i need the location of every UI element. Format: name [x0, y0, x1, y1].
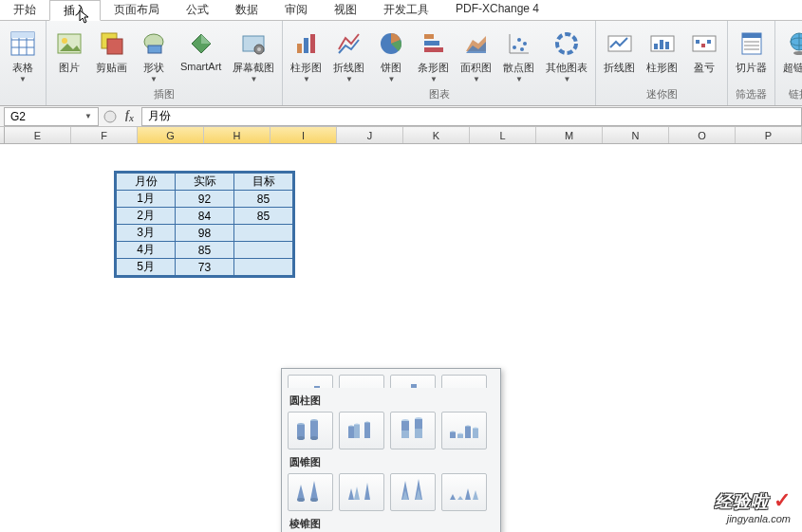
line-chart-button[interactable]: 折线图 ▼ — [329, 27, 368, 85]
column-header-G[interactable]: G — [138, 127, 204, 143]
svg-point-25 — [517, 38, 521, 42]
ribbon-group-filter: 切片器 筛选器 — [728, 21, 775, 105]
svg-rect-5 — [11, 32, 34, 38]
column-header-P[interactable]: P — [736, 127, 802, 143]
name-box[interactable]: G2 ▼ — [4, 107, 99, 126]
table-cell[interactable]: 85 — [176, 242, 234, 259]
picture-button[interactable]: 图片 — [50, 27, 88, 77]
cursor-icon — [79, 9, 92, 25]
column-header-O[interactable]: O — [669, 127, 736, 143]
chart-option-3d-4[interactable] — [441, 375, 487, 388]
table-header-cell[interactable]: 目标 — [234, 174, 293, 191]
table-header-cell[interactable]: 实际 — [176, 174, 234, 191]
table-cell[interactable]: 73 — [176, 259, 234, 276]
clipart-button[interactable]: 剪贴画 — [92, 27, 131, 77]
table-cell[interactable] — [234, 225, 293, 242]
chart-option-3d-2[interactable] — [339, 375, 384, 388]
table-cell[interactable]: 98 — [176, 225, 234, 242]
tab-dev[interactable]: 开发工具 — [370, 0, 442, 20]
table-cell[interactable]: 84 — [176, 208, 234, 225]
pie-chart-button[interactable]: 饼图 ▼ — [372, 27, 410, 85]
tab-insert[interactable]: 插入 — [49, 0, 101, 21]
svg-rect-36 — [701, 44, 705, 47]
scatter-chart-button[interactable]: 散点图 ▼ — [499, 27, 538, 85]
column-header-N[interactable]: N — [603, 127, 669, 143]
other-chart-label: 其他图表 — [546, 61, 588, 75]
cone-option-3[interactable] — [390, 473, 436, 511]
bar-chart-icon — [419, 28, 449, 59]
sparkline-winloss-button[interactable]: 盈亏 — [685, 27, 723, 77]
column-header-E[interactable]: E — [5, 127, 71, 143]
data-table[interactable]: 月份实际目标1月92852月84853月984月855月73 — [114, 171, 295, 278]
svg-rect-84 — [457, 434, 463, 438]
table-cell[interactable]: 3月 — [117, 225, 176, 242]
column-header-L[interactable]: L — [470, 127, 536, 143]
hyperlink-label: 超链接 — [783, 61, 802, 75]
column-header-J[interactable]: J — [337, 127, 403, 143]
column-chart-button[interactable]: 柱形图 ▼ — [287, 27, 326, 85]
table-cell[interactable]: 2月 — [117, 208, 176, 225]
cone-option-2[interactable] — [339, 473, 384, 511]
column-header-F[interactable]: F — [71, 127, 138, 143]
table-cell[interactable]: 1月 — [117, 191, 176, 208]
svg-point-65 — [297, 436, 305, 440]
tab-pdf[interactable]: PDF-XChange 4 — [442, 0, 552, 20]
tab-start[interactable]: 开始 — [0, 0, 49, 20]
tab-data[interactable]: 数据 — [222, 0, 271, 20]
table-cell[interactable]: 4月 — [117, 242, 176, 259]
smartart-button[interactable]: SmartArt — [177, 27, 225, 74]
chart-option-3d-3[interactable] — [390, 375, 436, 388]
chevron-down-icon: ▼ — [387, 75, 395, 83]
cylinder-option-1[interactable] — [288, 412, 333, 449]
cylinder-option-2[interactable] — [339, 412, 384, 449]
table-cell[interactable] — [234, 259, 293, 276]
table-cell[interactable]: 5月 — [117, 259, 176, 276]
cylinder-option-3[interactable] — [390, 412, 436, 449]
table-cell[interactable]: 85 — [234, 191, 293, 208]
svg-rect-57 — [411, 384, 417, 388]
svg-point-43 — [791, 33, 802, 50]
watermark-check-icon: ✓ — [774, 488, 791, 512]
table-cell[interactable]: 85 — [234, 208, 293, 225]
formula-input[interactable]: 月份 — [141, 107, 802, 126]
links-group-label: 链接 — [779, 85, 802, 103]
cylinder-option-4[interactable] — [441, 412, 487, 449]
chevron-down-icon: ▼ — [515, 75, 523, 83]
fx-icon[interactable] — [103, 109, 118, 124]
bar-chart-button[interactable]: 条形图 ▼ — [414, 27, 453, 85]
shapes-button[interactable]: 形状 ▼ — [135, 27, 173, 85]
table-cell[interactable] — [234, 242, 293, 259]
column-header-M[interactable]: M — [536, 127, 603, 143]
tab-layout[interactable]: 页面布局 — [101, 0, 173, 20]
cone-option-1[interactable] — [288, 473, 333, 511]
picture-label: 图片 — [59, 61, 80, 75]
ribbon-group-tables: 表格 ▼ — [0, 21, 47, 105]
column-header-K[interactable]: K — [403, 127, 470, 143]
tab-formula[interactable]: 公式 — [173, 0, 222, 20]
table-button[interactable]: 表格 ▼ — [4, 27, 42, 85]
column-header-I[interactable]: I — [270, 127, 337, 143]
sparkline-line-button[interactable]: 折线图 — [600, 27, 639, 77]
screenshot-button[interactable]: 屏幕截图 ▼ — [229, 27, 278, 85]
svg-rect-70 — [348, 427, 354, 438]
sparkline-column-button[interactable]: 柱形图 — [643, 27, 681, 77]
table-cell[interactable]: 92 — [176, 191, 234, 208]
tab-review[interactable]: 审阅 — [271, 0, 321, 20]
other-chart-button[interactable]: 其他图表 ▼ — [542, 27, 591, 85]
table-label: 表格 — [12, 61, 33, 75]
svg-point-46 — [793, 51, 802, 55]
slicer-button[interactable]: 切片器 — [732, 27, 771, 77]
tab-view[interactable]: 视图 — [321, 0, 370, 20]
hyperlink-button[interactable]: 超链接 — [779, 27, 802, 77]
svg-rect-67 — [310, 421, 318, 438]
table-icon — [8, 28, 38, 59]
column-header-H[interactable]: H — [204, 127, 270, 143]
table-header-cell[interactable]: 月份 — [117, 174, 176, 191]
svg-rect-17 — [310, 34, 315, 53]
sparkline-line-label: 折线图 — [604, 61, 635, 75]
cone-option-4[interactable] — [441, 473, 487, 511]
area-chart-button[interactable]: 面积图 ▼ — [457, 27, 495, 85]
column-chart-label: 柱形图 — [290, 61, 322, 75]
fx-label[interactable]: fx — [118, 108, 141, 123]
chart-option-3d-1[interactable] — [288, 375, 333, 388]
